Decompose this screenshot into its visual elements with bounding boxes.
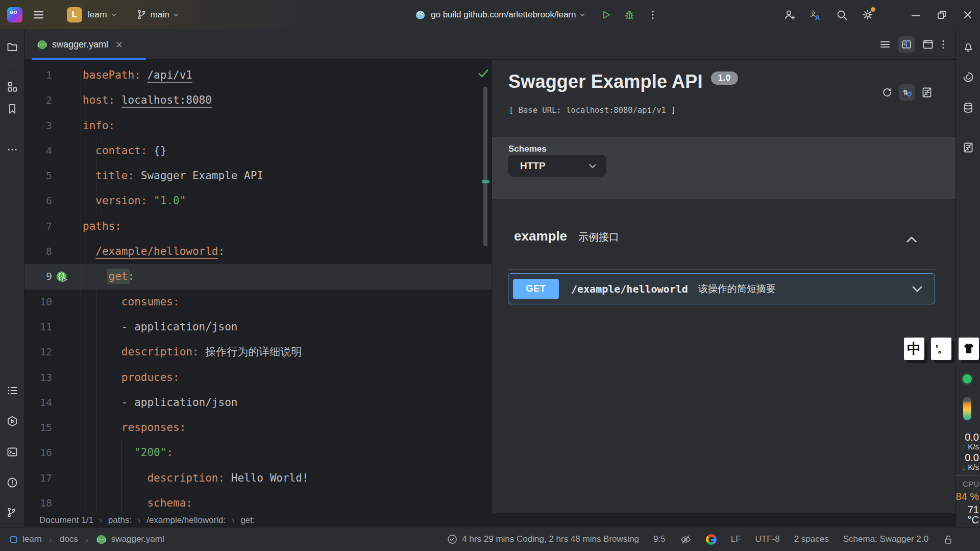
project-tool-icon[interactable] [6,41,18,53]
status-project[interactable]: learn [22,534,42,544]
indent-guide [121,440,122,513]
code-line-14[interactable]: 14 - application/json [24,390,492,415]
lock-open-icon[interactable] [943,534,953,545]
code-line-13[interactable]: 13 produces: [24,365,492,390]
code-line-16[interactable]: 16 "200": [24,440,492,465]
database-tool-icon[interactable] [962,102,974,114]
todo-tool-icon[interactable] [6,385,18,397]
editor-only-icon[interactable] [879,38,891,51]
code-token[interactable]: localhost:8080 [121,94,212,106]
breadcrumb-separator: › [232,516,234,524]
indent-guide [96,138,96,214]
run-configuration[interactable]: go build github.com/arlettebrook/learn [431,10,576,20]
settings-icon[interactable] [862,9,874,21]
project-chevron-icon[interactable] [110,11,118,19]
breadcrumb-item[interactable]: Document 1/1 [39,515,93,525]
gutter [52,63,81,88]
scheme-select[interactable]: HTTP [508,155,606,177]
structure-tool-icon[interactable] [6,81,18,93]
run-tool-icon[interactable] [6,415,18,427]
status-file[interactable]: swagger.yaml [111,534,164,544]
problems-tool-icon[interactable] [6,476,18,489]
preview-refresh-icon[interactable] [881,86,893,99]
code-token[interactable]: /api/v1 [147,69,192,81]
breadcrumb-item[interactable]: paths: [108,515,132,525]
breadcrumb-item[interactable]: get: [240,515,255,525]
ime-indicator[interactable]: 中 [904,338,924,360]
code-line-17[interactable]: 17 description: Hello World! [24,466,492,491]
code-line-11[interactable]: 11 - application/json [24,315,492,340]
file-encoding[interactable]: UTF-8 [755,534,780,544]
terminal-tool-icon[interactable] [6,446,18,458]
skin-indicator[interactable] [959,338,979,360]
ai-assistant-icon[interactable] [962,71,974,83]
code-line-4[interactable]: 4 contact: {} [24,138,492,163]
code-line-1[interactable]: 1basePath: /api/v1 [24,63,492,88]
restore-button[interactable] [936,9,948,21]
line-separator[interactable]: LF [731,534,741,544]
project-avatar[interactable]: L [67,7,82,22]
code-line-9[interactable]: 9 get: [24,264,492,289]
http-method-badge[interactable]: GET [513,279,559,299]
minimize-button[interactable] [910,9,922,21]
more-tools-icon[interactable] [6,143,18,156]
editor-scrollbar-thumb[interactable] [483,87,487,246]
code-line-15[interactable]: 15 responses: [24,415,492,440]
more-actions-icon[interactable] [647,9,659,21]
close-button[interactable] [962,9,974,21]
project-name[interactable]: learn [88,10,107,20]
notifications-icon[interactable] [962,41,974,53]
code-line-6[interactable]: 6 version: "1.0" [24,188,492,213]
code-line-12[interactable]: 12 description: 操作行为的详细说明 [24,340,492,365]
google-icon[interactable] [706,534,717,545]
documentation-tool-icon[interactable] [962,141,974,154]
breadcrumb-item[interactable]: /example/helloworld: [146,515,226,525]
code-line-5[interactable]: 5 title: Swagger Example API [24,163,492,188]
schema-setting[interactable]: Schema: Swagger 2.0 [843,534,928,544]
run-button[interactable] [600,9,612,21]
sync-scroll-icon[interactable] [899,84,915,101]
line-number: 14 [24,390,52,415]
code-token [115,94,121,106]
time-tracker-widget[interactable]: 4 hrs 29 mins Coding, 2 hrs 48 mins Brow… [447,534,639,545]
caret-position[interactable]: 9:5 [653,534,666,544]
operation-row-get-helloworld[interactable]: GET /example/helloworld 该操作的简短摘要 [508,273,935,304]
code-token[interactable]: /example/helloworld [95,245,218,257]
proofread-off-icon[interactable] [680,534,692,545]
api-title: Swagger Example API1.0 [508,71,738,92]
code-token: description: [121,346,199,358]
line-number: 13 [24,365,52,390]
code-line-8[interactable]: 8 /example/helloworld: [24,239,492,264]
net-up-unit: ↑ K/s [953,443,979,450]
bookmarks-tool-icon[interactable] [6,103,18,115]
search-everywhere-icon[interactable] [836,9,848,21]
run-api-gutter-icon[interactable] [52,264,81,289]
translate-icon[interactable]: 文A [810,9,822,21]
operation-expand-icon[interactable] [910,282,924,296]
open-in-browser-icon[interactable] [922,38,934,51]
version-control-tool-icon[interactable] [6,507,17,518]
code-line-2[interactable]: 2host: localhost:8080 [24,88,492,113]
indent-setting[interactable]: 2 spaces [794,534,829,544]
editor-more-icon[interactable] [937,38,949,51]
code-line-3[interactable]: 3info: [24,113,492,138]
status-folder[interactable]: docs [60,534,78,544]
punctuation-indicator[interactable]: ’。 [931,338,951,360]
tab-swagger-yaml[interactable]: {··} swagger.yaml [32,29,131,60]
operation-path[interactable]: /example/helloworld [571,283,688,295]
debug-button[interactable] [623,9,635,21]
preview-document-icon[interactable] [921,86,933,99]
code-editor[interactable]: 1basePath: /api/v12host: localhost:80803… [24,60,492,513]
run-config-chevron-icon[interactable] [578,11,586,19]
code-line-10[interactable]: 10 consumes: [24,290,492,315]
code-line-18[interactable]: 18 schema: [24,491,492,513]
tag-collapse-icon[interactable] [904,232,919,247]
code-line-7[interactable]: 7paths: [24,214,492,239]
main-menu-icon[interactable] [32,9,44,21]
inspections-ok-icon[interactable] [477,67,490,80]
code-with-me-icon[interactable] [783,9,796,21]
vcs-change-marker[interactable] [482,180,489,183]
editor-and-preview-icon[interactable] [898,36,915,53]
branch-widget[interactable]: main [136,9,180,20]
tab-close-icon[interactable] [115,40,124,49]
